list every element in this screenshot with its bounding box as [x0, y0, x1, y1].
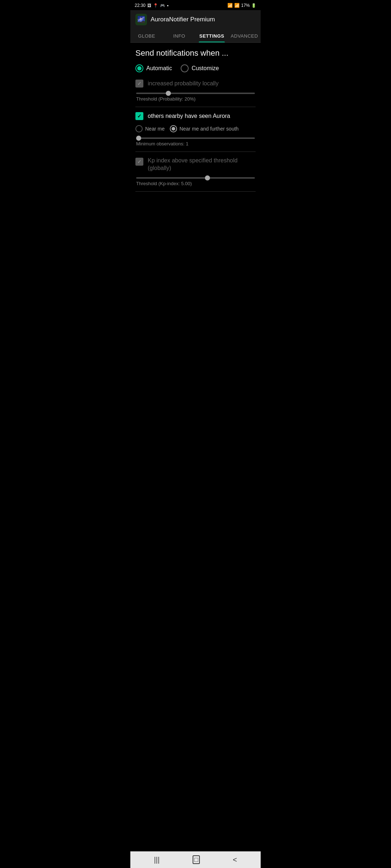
checkbox-aurora-label: others nearby have seen Aurora	[148, 113, 230, 119]
slider-probability-thumb[interactable]	[166, 91, 171, 96]
app-logo: 🌌	[135, 14, 147, 25]
slider-probability-track	[136, 93, 255, 94]
divider-3	[135, 191, 256, 192]
checkbox-row-kp: Kp index above specified threshold (glob…	[135, 157, 256, 172]
logo-image: 🌌	[137, 16, 145, 24]
checkbox-probability-label: increased probability locally	[148, 80, 219, 87]
signal-icon: 📶	[234, 3, 240, 8]
radio-automatic[interactable]: Automatic	[135, 64, 172, 72]
tab-settings[interactable]: SETTINGS	[196, 29, 228, 42]
radio-near-me-south[interactable]: Near me and further south	[170, 125, 239, 132]
tab-info[interactable]: INFO	[163, 29, 196, 42]
slider-observations-container: Minimum observations: 1	[135, 137, 256, 146]
checkbox-kp-label: Kp index above specified threshold (glob…	[148, 157, 237, 172]
radio-customize-circle	[181, 64, 189, 72]
battery-icon: 🔋	[251, 3, 256, 8]
section-kp-index: Kp index above specified threshold (glob…	[135, 157, 256, 186]
slider-observations-track	[136, 137, 255, 139]
battery-text: 17%	[241, 3, 250, 8]
radio-near-me-label: Near me	[145, 126, 165, 132]
slider-observations-thumb[interactable]	[136, 136, 141, 141]
mode-radio-group: Automatic Customize	[135, 64, 256, 72]
slider-observations-label: Minimum observations: 1	[136, 141, 255, 146]
section-probability: increased probability locally Threshold …	[135, 80, 256, 102]
main-content: Send notifications when ... Automatic Cu…	[130, 43, 261, 203]
photo-icon: 🖼	[147, 3, 151, 8]
section-aurora-sightings: others nearby have seen Aurora Near me N…	[135, 112, 256, 146]
slider-probability-label: Threshold (Probability: 20%)	[136, 96, 255, 102]
radio-near-me[interactable]: Near me	[135, 125, 165, 132]
radio-customize-label: Customize	[192, 65, 219, 72]
tab-globe[interactable]: GLOBE	[130, 29, 163, 42]
radio-near-me-circle	[135, 125, 143, 132]
tab-advanced[interactable]: ADVANCED	[228, 29, 261, 42]
radio-customize[interactable]: Customize	[181, 64, 219, 72]
slider-kp-track	[136, 177, 255, 179]
aurora-location-radio-group: Near me Near me and further south	[135, 125, 256, 132]
wifi-icon: 📶	[227, 3, 233, 8]
status-left: 22:30 🖼 📍 🎮 ●	[135, 3, 169, 8]
section-title: Send notifications when ...	[135, 48, 256, 58]
slider-kp-label: Threshold (Kp-index: 5.00)	[136, 181, 255, 186]
checkbox-probability[interactable]	[135, 80, 143, 88]
divider-2	[135, 152, 256, 152]
slider-kp-thumb[interactable]	[205, 175, 210, 180]
checkbox-aurora[interactable]	[135, 112, 143, 120]
checkbox-row-aurora: others nearby have seen Aurora	[135, 112, 256, 120]
dot-icon: ●	[167, 4, 169, 7]
divider-1	[135, 107, 256, 107]
location-icon: 📍	[153, 3, 158, 8]
status-bar: 22:30 🖼 📍 🎮 ● 📶 📶 17% 🔋	[130, 0, 261, 10]
radio-near-me-south-label: Near me and further south	[180, 126, 239, 132]
status-right: 📶 📶 17% 🔋	[227, 3, 256, 8]
checkbox-row-probability: increased probability locally	[135, 80, 256, 88]
app-header: 🌌 AuroraNotifier Premium	[130, 10, 261, 29]
radio-near-me-south-circle	[170, 125, 177, 132]
tab-bar: GLOBE INFO SETTINGS ADVANCED	[130, 29, 261, 43]
app-icon: 🎮	[160, 3, 165, 8]
app-title: AuroraNotifier Premium	[151, 16, 215, 23]
radio-automatic-circle	[135, 64, 143, 72]
radio-automatic-label: Automatic	[146, 65, 172, 72]
slider-kp-container: Threshold (Kp-index: 5.00)	[135, 177, 256, 186]
checkbox-kp[interactable]	[135, 158, 143, 166]
slider-probability-container: Threshold (Probability: 20%)	[135, 93, 256, 102]
time-display: 22:30	[135, 3, 146, 8]
